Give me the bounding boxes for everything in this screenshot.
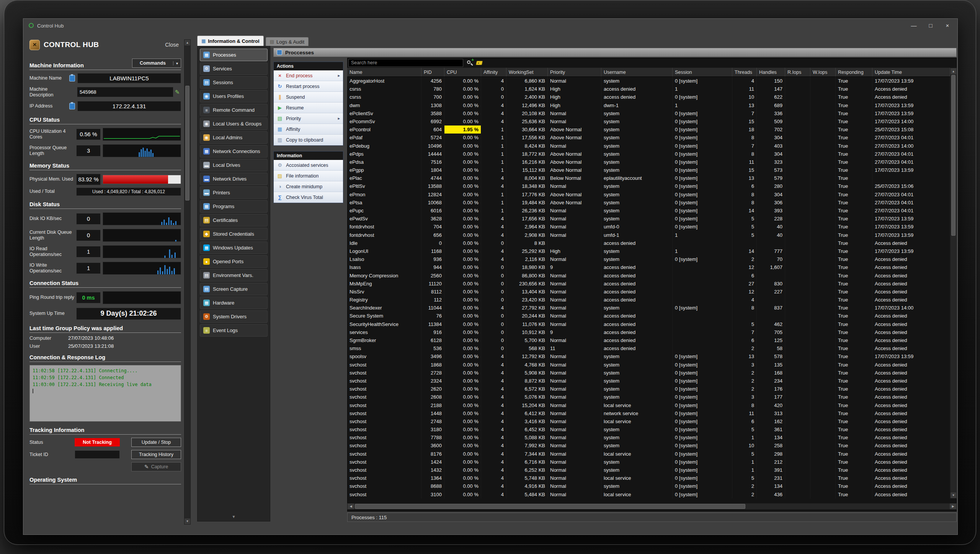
table-row[interactable]: ePlac47440.00 %48,004 KBBelow Normalepla… — [347, 174, 950, 182]
column-header-handles[interactable]: Handles — [757, 68, 785, 77]
table-row[interactable]: ePtsa100680.00 %119,484 KBAbove Normalsy… — [347, 199, 950, 207]
table-row[interactable]: svchost86880.00 %44,916 KBNormalsystem0 … — [347, 482, 950, 490]
tab-information-control[interactable]: ▦ Information & Control — [197, 36, 264, 46]
table-row[interactable]: svchost31800.00 %46,452 KBNormalsystem0 … — [347, 425, 950, 433]
table-row[interactable]: csrss7000.00 %02,400 KBHighaccess denied… — [347, 93, 950, 101]
copy-machine-name-icon[interactable] — [69, 75, 75, 81]
update-stop-button[interactable]: Update / Stop — [131, 438, 181, 447]
table-row[interactable]: spoolsv34960.00 %412,792 KBNormalsystem0… — [347, 352, 950, 360]
column-header-workingset[interactable]: WorkingSet — [506, 68, 548, 77]
sidebar-item-local-drives[interactable]: ▬Local Drives — [200, 159, 268, 171]
table-row[interactable]: Idle00.00 %08 KBaccess deniedTrueAccess … — [347, 239, 950, 247]
sidebar-item-programs[interactable]: ▦Programs — [200, 200, 268, 213]
table-row[interactable]: Registry1120.00 %023,420 KBNormalaccess … — [347, 296, 950, 304]
column-header-session[interactable]: Session — [673, 68, 732, 77]
menu-item-restart-process[interactable]: ↻Restart process — [274, 81, 343, 92]
h-scroll-track[interactable] — [354, 503, 950, 509]
column-header-cpu[interactable]: CPU — [444, 68, 481, 77]
table-row[interactable]: LsaIso9360.00 %42,116 KBNormalsystem0 [s… — [347, 255, 950, 263]
column-header-responding[interactable]: Responding — [836, 68, 872, 77]
menu-item-copy-to-clipboard[interactable]: ▥Copy to clipboard — [274, 135, 343, 145]
table-row[interactable]: svchost77880.00 %45,088 KBNormalsystem0 … — [347, 433, 950, 442]
search-icon[interactable]: + — [466, 59, 473, 66]
table-row[interactable]: fontdrvhost7040.00 %42,964 KBNormalumfd-… — [347, 223, 950, 231]
table-row[interactable]: ePltlSv135880.00 %418,348 KBNormalsystem… — [347, 182, 950, 190]
table-row[interactable]: LogonUI11680.00 %425,292 KBHighsystem114… — [347, 247, 950, 255]
table-row[interactable]: svchost27480.00 %43,416 KBNormallocal se… — [347, 417, 950, 425]
table-row[interactable]: MsMpEng111200.00 %0230,656 KBNormalacces… — [347, 280, 950, 288]
table-row[interactable]: ePdsa75160.00 %116,216 KBAbove Normalsys… — [347, 158, 950, 166]
column-header-name[interactable]: Name — [347, 68, 421, 77]
sidebar-item-stored-credentials[interactable]: ◆Stored Credentials — [200, 228, 268, 240]
close-window-button[interactable]: × — [942, 21, 953, 29]
table-scroll-down-icon[interactable]: ▼ — [951, 492, 956, 498]
menu-item-resume[interactable]: ▶Resume — [274, 103, 343, 113]
column-header-pid[interactable]: PID — [421, 68, 444, 77]
table-row[interactable]: ePdebug104960.00 %18,424 KBNormalsystem0… — [347, 142, 950, 150]
sidebar-item-system-drivers[interactable]: ⚙System Drivers — [200, 310, 268, 323]
column-header-username[interactable]: Username — [601, 68, 673, 77]
table-row[interactable]: ePclientSv35880.00 %420,108 KBNormalsyst… — [347, 109, 950, 117]
table-row[interactable]: svchost31000.00 %45,484 KBNormallocal se… — [347, 490, 950, 499]
menu-item-suspend[interactable]: ∥Suspend — [274, 92, 343, 103]
sidebar-item-screen-capture[interactable]: ▤Screen Capture — [200, 283, 268, 295]
sidebar-item-hardware[interactable]: ▦Hardware — [200, 297, 268, 309]
table-row[interactable]: ePupc60160.00 %126,236 KBNormalsystem0 [… — [347, 207, 950, 215]
menu-item-affinity[interactable]: ▦Affinity — [274, 124, 343, 135]
menu-item-create-minidump[interactable]: ◑Create minidump — [274, 181, 343, 192]
sidebar-item-event-logs[interactable]: ≡Event Logs — [200, 324, 268, 337]
sidebar-item-services[interactable]: ⚙Services — [200, 62, 268, 75]
sidebar-item-users-profiles[interactable]: ◉Users Profiles — [200, 90, 268, 103]
highlight-tag-icon[interactable] — [476, 61, 483, 65]
sidebar-item-local-admins[interactable]: ◉Local Admins — [200, 131, 268, 144]
table-row[interactable]: ePcommSv69920.00 %425,636 KBNormalsystem… — [347, 117, 950, 125]
sidebar-item-windows-updates[interactable]: ▦Windows Updates — [200, 241, 268, 254]
nav-scroll-down-icon[interactable]: ▼ — [198, 515, 270, 519]
table-row[interactable]: ePcontrol6041.95 %130,664 KBAbove Normal… — [347, 125, 950, 134]
capture-button[interactable]: ✎ Capture — [131, 462, 181, 471]
sidebar-item-processes[interactable]: ▦Processes — [200, 49, 268, 61]
table-row[interactable]: svchost21880.00 %415,204 KBNormallocal s… — [347, 401, 950, 409]
ip-address-field[interactable]: 172.22.4.131 — [77, 101, 181, 111]
table-row[interactable]: svchost14240.00 %46,716 KBNormalsystem0 … — [347, 458, 950, 466]
h-scrollbar-thumb[interactable] — [355, 504, 745, 509]
table-row[interactable]: fontdrvhost6560.00 %42,908 KBNormalumfd-… — [347, 231, 950, 239]
machine-name-field[interactable]: LABWIN11PC5 — [77, 73, 181, 83]
sidebar-item-printers[interactable]: ▬Printers — [200, 186, 268, 199]
table-row[interactable]: svchost14320.00 %46,252 KBNormalsystem0 … — [347, 466, 950, 474]
scroll-up-icon[interactable]: ▲ — [185, 40, 190, 46]
tracking-history-button[interactable]: Tracking History — [131, 450, 181, 459]
table-vertical-scrollbar[interactable]: ▲ ▼ — [950, 68, 957, 499]
table-row[interactable]: ePwdSv36280.00 %417,656 KBNormalsystem0 … — [347, 215, 950, 223]
table-row[interactable]: ePdps144440.00 %118,772 KBAbove Normalsy… — [347, 150, 950, 158]
left-scrollbar-thumb[interactable] — [185, 86, 189, 200]
ticket-id-input[interactable] — [75, 450, 120, 459]
table-row[interactable]: svchost14480.00 %46,412 KBNormalnetwork … — [347, 409, 950, 417]
window-titlebar[interactable]: Control Hub — □ × — [23, 19, 957, 34]
table-horizontal-scrollbar[interactable]: ◀ ▶ — [347, 503, 957, 510]
left-panel-scrollbar[interactable]: ▲ ▼ — [184, 39, 191, 525]
column-header-w-iops[interactable]: W.Iops — [810, 68, 836, 77]
table-row[interactable]: svchost18680.00 %44,768 KBNormalsystem0 … — [347, 361, 950, 369]
table-scroll-left-icon[interactable]: ◀ — [348, 503, 354, 509]
table-row[interactable]: svchost13640.00 %45,748 KBNormallocal se… — [347, 474, 950, 482]
edit-description-icon[interactable]: ✎ — [173, 89, 181, 96]
table-row[interactable]: svchost26080.00 %45,076 KBNormalsystem0 … — [347, 393, 950, 401]
machine-description-field[interactable]: 545968 — [77, 87, 173, 97]
table-row[interactable]: svchost36000.00 %47,992 KBNormalsystem0 … — [347, 442, 950, 450]
table-scroll-right-icon[interactable]: ▶ — [950, 503, 956, 509]
sidebar-item-environment-vars[interactable]: ▤Environment Vars. — [200, 269, 268, 282]
menu-item-priority[interactable]: ▤Priority▸ — [274, 113, 343, 124]
table-row[interactable]: svchost26200.00 %46,572 KBNormalsystem0 … — [347, 385, 950, 393]
table-scrollbar-thumb[interactable] — [951, 75, 956, 236]
table-row[interactable]: Memory Compression25600.00 %086,800 KBNo… — [347, 272, 950, 280]
table-row[interactable]: svchost27280.00 %45,908 KBNormalsystem0 … — [347, 369, 950, 377]
table-row[interactable]: SecurityHealthService113840.00 %011,076 … — [347, 320, 950, 328]
table-row[interactable]: AggregatorHost42560.00 %46,860 KBNormals… — [347, 77, 950, 85]
table-row[interactable]: SearchIndexer110440.00 %427,792 KBNormal… — [347, 304, 950, 312]
tab-logs-audit[interactable]: ▤ Logs & Audit — [266, 37, 309, 46]
minimize-button[interactable]: — — [908, 21, 919, 29]
table-row[interactable]: svchost81760.00 %47,344 KBNormallocal se… — [347, 450, 950, 458]
sidebar-item-sessions[interactable]: ▤Sessions — [200, 76, 268, 89]
table-row[interactable]: smss5360.00 %0568 KB11access denied258Tr… — [347, 344, 950, 352]
